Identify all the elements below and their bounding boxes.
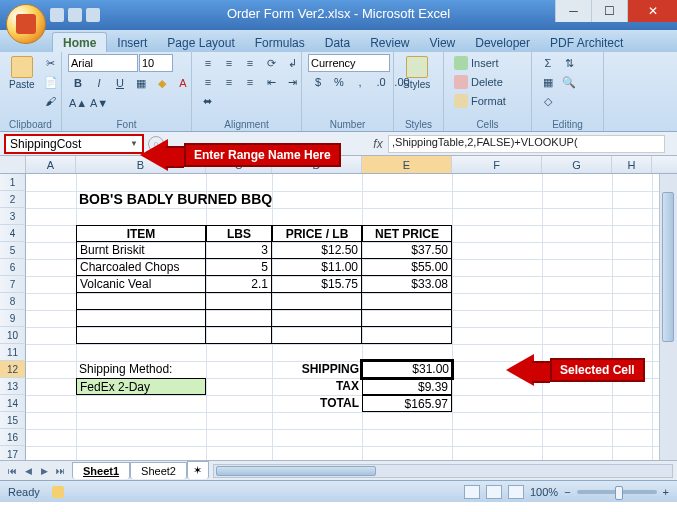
column-header-G[interactable]: G: [542, 156, 612, 173]
row-header-3[interactable]: 3: [0, 208, 26, 225]
cell-E8[interactable]: [362, 293, 452, 310]
row-header-8[interactable]: 8: [0, 293, 26, 310]
row-header-17[interactable]: 17: [0, 446, 26, 460]
cell-C10[interactable]: [206, 327, 272, 344]
merge-center-button[interactable]: ⬌: [198, 92, 217, 110]
cell-E4[interactable]: NET PRICE: [362, 225, 452, 242]
tab-data[interactable]: Data: [315, 33, 360, 52]
zoom-level[interactable]: 100%: [530, 486, 558, 498]
cell-B6[interactable]: Charcoaled Chops: [76, 259, 206, 276]
paste-button[interactable]: Paste: [6, 54, 38, 92]
cell-E14[interactable]: $165.97: [362, 395, 452, 412]
copy-button[interactable]: 📄: [41, 73, 61, 91]
column-header-F[interactable]: F: [452, 156, 542, 173]
cell-C5[interactable]: 3: [206, 242, 272, 259]
cell-C8[interactable]: [206, 293, 272, 310]
tab-view[interactable]: View: [419, 33, 465, 52]
column-header-E[interactable]: E: [362, 156, 452, 173]
sheet-nav-last[interactable]: ⏭: [52, 464, 68, 478]
sheet-nav-next[interactable]: ▶: [36, 464, 52, 478]
cell-B7[interactable]: Volcanic Veal: [76, 276, 206, 293]
cell-B13[interactable]: FedEx 2-Day: [76, 378, 206, 395]
row-header-10[interactable]: 10: [0, 327, 26, 344]
formula-input[interactable]: ,ShippingTable,2,FALSE)+VLOOKUP(: [388, 135, 665, 153]
tab-developer[interactable]: Developer: [465, 33, 540, 52]
format-painter-button[interactable]: 🖌: [41, 92, 61, 110]
row-header-1[interactable]: 1: [0, 174, 26, 191]
tab-review[interactable]: Review: [360, 33, 419, 52]
cell-D14[interactable]: TOTAL: [272, 395, 362, 412]
cell-D9[interactable]: [272, 310, 362, 327]
align-left-button[interactable]: ≡: [198, 73, 218, 91]
cell-B2[interactable]: BOB'S BADLY BURNED BBQ: [76, 191, 376, 208]
tab-home[interactable]: Home: [52, 32, 107, 52]
row-header-12[interactable]: 12: [0, 361, 26, 378]
cell-D10[interactable]: [272, 327, 362, 344]
grow-font-button[interactable]: A▲: [68, 94, 88, 112]
align-center-button[interactable]: ≡: [219, 73, 239, 91]
row-header-5[interactable]: 5: [0, 242, 26, 259]
cell-E9[interactable]: [362, 310, 452, 327]
row-header-6[interactable]: 6: [0, 259, 26, 276]
styles-button[interactable]: Styles: [400, 54, 433, 92]
tab-page-layout[interactable]: Page Layout: [157, 33, 244, 52]
row-header-15[interactable]: 15: [0, 412, 26, 429]
row-header-16[interactable]: 16: [0, 429, 26, 446]
percent-button[interactable]: %: [329, 73, 349, 91]
cell-D12[interactable]: SHIPPING: [272, 361, 362, 378]
fill-button[interactable]: ▦: [538, 73, 558, 91]
autosum-button[interactable]: Σ: [538, 54, 558, 72]
zoom-slider[interactable]: [577, 490, 657, 494]
cell-E5[interactable]: $37.50: [362, 242, 452, 259]
sort-button[interactable]: ⇅: [559, 54, 579, 72]
sheet-nav-first[interactable]: ⏮: [4, 464, 20, 478]
wrap-text-button[interactable]: ↲: [282, 54, 302, 72]
cell-E13[interactable]: $9.39: [362, 378, 452, 395]
bold-button[interactable]: B: [68, 74, 88, 92]
vertical-scrollbar[interactable]: [659, 174, 677, 460]
cell-E12[interactable]: $31.00: [362, 361, 452, 378]
cell-B5[interactable]: Burnt Briskit: [76, 242, 206, 259]
cell-C4[interactable]: LBS: [206, 225, 272, 242]
column-header-H[interactable]: H: [612, 156, 652, 173]
orientation-button[interactable]: ⟳: [261, 54, 281, 72]
sheet-tab-1[interactable]: Sheet1: [72, 462, 130, 479]
align-right-button[interactable]: ≡: [240, 73, 260, 91]
sheet-tab-2[interactable]: Sheet2: [130, 462, 187, 479]
horizontal-scrollbar-thumb[interactable]: [216, 466, 376, 476]
increase-decimal-button[interactable]: .0: [371, 73, 391, 91]
format-cells-button[interactable]: Format: [450, 92, 510, 110]
tab-pdf-architect[interactable]: PDF Architect: [540, 33, 633, 52]
cell-E7[interactable]: $33.08: [362, 276, 452, 293]
new-sheet-button[interactable]: ✶: [187, 461, 209, 479]
underline-button[interactable]: U: [110, 74, 130, 92]
row-header-14[interactable]: 14: [0, 395, 26, 412]
sheet-nav-prev[interactable]: ◀: [20, 464, 36, 478]
save-icon[interactable]: [50, 8, 64, 22]
vertical-scrollbar-thumb[interactable]: [662, 192, 674, 342]
font-color-button[interactable]: A: [173, 74, 193, 92]
align-bottom-button[interactable]: ≡: [240, 54, 260, 72]
cell-B9[interactable]: [76, 310, 206, 327]
font-name-select[interactable]: [68, 54, 138, 72]
italic-button[interactable]: I: [89, 74, 109, 92]
cell-D7[interactable]: $15.75: [272, 276, 362, 293]
close-button[interactable]: ✕: [627, 0, 677, 22]
undo-icon[interactable]: [68, 8, 82, 22]
tab-formulas[interactable]: Formulas: [245, 33, 315, 52]
cell-B10[interactable]: [76, 327, 206, 344]
cell-D4[interactable]: PRICE / LB: [272, 225, 362, 242]
fx-label[interactable]: fx: [368, 137, 388, 151]
cell-C6[interactable]: 5: [206, 259, 272, 276]
cell-D6[interactable]: $11.00: [272, 259, 362, 276]
name-box-dropdown-icon[interactable]: ▼: [130, 139, 138, 148]
page-layout-view-button[interactable]: [486, 485, 502, 499]
cells-area[interactable]: BOB'S BADLY BURNED BBQITEMLBSPRICE / LBN…: [26, 174, 677, 460]
comma-button[interactable]: ,: [350, 73, 370, 91]
increase-indent-button[interactable]: ⇥: [282, 73, 302, 91]
normal-view-button[interactable]: [464, 485, 480, 499]
zoom-in-button[interactable]: +: [663, 486, 669, 498]
row-header-2[interactable]: 2: [0, 191, 26, 208]
tab-insert[interactable]: Insert: [107, 33, 157, 52]
cut-button[interactable]: ✂: [41, 54, 61, 72]
